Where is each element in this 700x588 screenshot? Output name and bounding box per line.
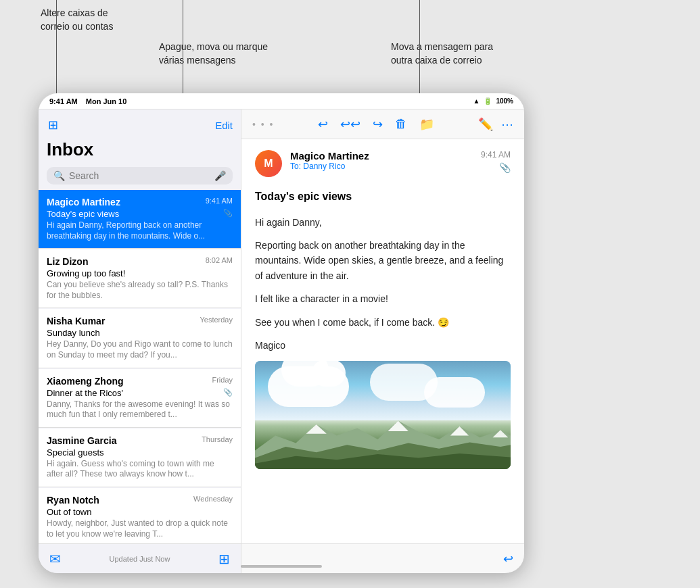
compose-button[interactable]: ✉ — [49, 551, 61, 567]
reply-footer-button[interactable]: ↩ — [503, 552, 513, 566]
compose-new-button[interactable]: ✏️ — [478, 117, 493, 132]
email-subject: Special guests — [47, 447, 233, 458]
email-body-para-4: See you when I come back, if I come back… — [255, 315, 511, 330]
sender-name: Magico Martinez — [290, 150, 473, 162]
email-detail-pane: • • • ↩ ↩↩ ↪ 🗑 📁 ✏️ ⋯ M — [241, 109, 524, 573]
email-sender: Ryan Notch — [47, 495, 188, 506]
home-indicator — [241, 565, 322, 568]
mountain-photo — [255, 361, 511, 469]
email-subject: Growing up too fast! — [47, 268, 233, 278]
search-input[interactable] — [69, 170, 210, 181]
email-item[interactable]: Magico Martinez 9:41 AM Today's epic vie… — [39, 190, 241, 249]
status-date: Mon Jun 10 — [86, 97, 127, 105]
email-content: M Magico Martinez To: Danny Rico 9:41 AM… — [241, 139, 524, 543]
email-sender: Jasmine Garcia — [47, 435, 196, 446]
email-body-para-1: Hi again Danny, — [255, 215, 511, 230]
search-bar[interactable]: 🔍 🎤 — [47, 167, 233, 185]
status-bar: 9:41 AM Mon Jun 10 ▲ 🔋 100% — [39, 93, 524, 109]
cloud-3 — [370, 364, 438, 401]
attachment-icon: 📎 — [223, 209, 233, 219]
edit-button[interactable]: Edit — [215, 120, 233, 131]
status-time: 9:41 AM — [49, 97, 78, 105]
email-time: Friday — [212, 376, 233, 384]
email-preview: Hi again. Guess who's coming to town wit… — [47, 459, 233, 480]
annotation-mailboxes: Altere caixas de correio ou contas — [41, 7, 113, 33]
annotation-bulk-actions: Apague, mova ou marque várias mensagens — [159, 41, 268, 67]
email-preview: Danny, Thanks for the awesome evening! I… — [47, 399, 233, 420]
filter-button[interactable]: ⊞ — [218, 551, 230, 567]
sidebar: ⊞ Edit Inbox 🔍 🎤 Magico Martinez 9:41 AM — [39, 109, 241, 573]
email-subject-line: Today's epic views — [255, 188, 511, 205]
email-sender: Xiaomeng Zhong — [47, 376, 206, 387]
email-list: Magico Martinez 9:41 AM Today's epic vie… — [39, 190, 241, 543]
email-preview: Howdy, neighbor, Just wanted to drop a q… — [47, 518, 233, 539]
email-item[interactable]: Nisha Kumar Yesterday Sunday lunch Hey D… — [39, 309, 241, 368]
mic-icon: 🎤 — [214, 170, 226, 181]
move-to-mailbox-button[interactable]: 📁 — [419, 117, 434, 132]
forward-button[interactable]: ↪ — [373, 117, 383, 132]
email-body-para-3: I felt like a character in a movie! — [255, 291, 511, 306]
email-time: 9:41 AM — [206, 197, 233, 205]
email-meta-info: Magico Martinez To: Danny Rico — [290, 150, 473, 171]
mountain-range — [255, 410, 511, 469]
toolbar-right: ✏️ ⋯ — [478, 117, 513, 132]
email-body-para-5: Magico — [255, 338, 511, 353]
email-item[interactable]: Liz Dizon 8:02 AM Growing up too fast! C… — [39, 249, 241, 308]
battery-icon: 🔋 — [484, 97, 492, 105]
detail-attachment-icon: 📎 — [499, 162, 511, 173]
email-detail-time: 9:41 AM — [481, 150, 511, 160]
more-actions-button[interactable]: ⋯ — [501, 117, 513, 132]
toolbar-left: • • • — [252, 119, 274, 130]
email-time: 8:02 AM — [206, 256, 233, 264]
email-item[interactable]: Jasmine Garcia Thursday Special guests H… — [39, 428, 241, 487]
email-time: Wednesday — [193, 495, 233, 503]
email-preview: Hey Danny, Do you and Rigo want to come … — [47, 339, 233, 360]
trash-button[interactable]: 🗑 — [395, 117, 407, 132]
annotation-move-message: Mova a mensagem para outra caixa de corr… — [391, 41, 493, 67]
wifi-icon: ▲ — [473, 97, 480, 105]
recipient: To: Danny Rico — [290, 162, 473, 171]
email-sender: Liz Dizon — [47, 256, 200, 267]
sender-avatar: M — [255, 150, 282, 177]
main-layout: ⊞ Edit Inbox 🔍 🎤 Magico Martinez 9:41 AM — [39, 109, 524, 573]
email-sender: Nisha Kumar — [47, 316, 194, 326]
email-sender: Magico Martinez — [47, 197, 200, 207]
email-item[interactable]: Ryan Notch Wednesday Out of town Howdy, … — [39, 488, 241, 543]
detail-toolbar: • • • ↩ ↩↩ ↪ 🗑 📁 ✏️ ⋯ — [241, 109, 524, 139]
sidebar-icons: ⊞ — [47, 116, 60, 134]
reply-button[interactable]: ↩ — [318, 117, 328, 132]
toolbar-center: ↩ ↩↩ ↪ 🗑 📁 — [318, 117, 434, 132]
email-subject: Today's epic views 📎 — [47, 209, 233, 219]
detail-footer: ↩ — [241, 543, 524, 573]
reply-all-button[interactable]: ↩↩ — [340, 117, 360, 132]
email-body-para-2: Reporting back on another breathtaking d… — [255, 238, 511, 283]
footer-update-text: Updated Just Now — [110, 555, 170, 563]
email-item[interactable]: Xiaomeng Zhong Friday Dinner at the Rico… — [39, 369, 241, 428]
inbox-title: Inbox — [39, 138, 241, 164]
ipad-frame: 9:41 AM Mon Jun 10 ▲ 🔋 100% ⊞ Edit Inbox… — [39, 93, 524, 573]
email-body: Today's epic views Hi again Danny, Repor… — [255, 188, 511, 353]
drag-handle: • • • — [252, 119, 274, 130]
email-meta: M Magico Martinez To: Danny Rico 9:41 AM… — [255, 150, 511, 177]
email-subject: Sunday lunch — [47, 328, 233, 338]
search-icon: 🔍 — [53, 170, 65, 181]
sidebar-header: ⊞ Edit — [39, 109, 241, 138]
email-preview: Hi again Danny, Reporting back on anothe… — [47, 220, 233, 241]
sidebar-panel-button[interactable]: ⊞ — [47, 116, 60, 134]
email-preview: Can you believe she's already so tall? P… — [47, 280, 233, 301]
cloud-1 — [268, 366, 349, 407]
battery-percent: 100% — [496, 97, 513, 105]
sidebar-footer: ✉ Updated Just Now ⊞ — [39, 543, 241, 573]
email-time: Yesterday — [200, 316, 233, 324]
email-meta-right: 9:41 AM 📎 — [481, 150, 511, 173]
email-subject: Dinner at the Ricos' 📎 — [47, 388, 233, 398]
attachment-icon: 📎 — [223, 388, 233, 398]
email-subject: Out of town — [47, 507, 233, 517]
email-time: Thursday — [202, 435, 233, 443]
